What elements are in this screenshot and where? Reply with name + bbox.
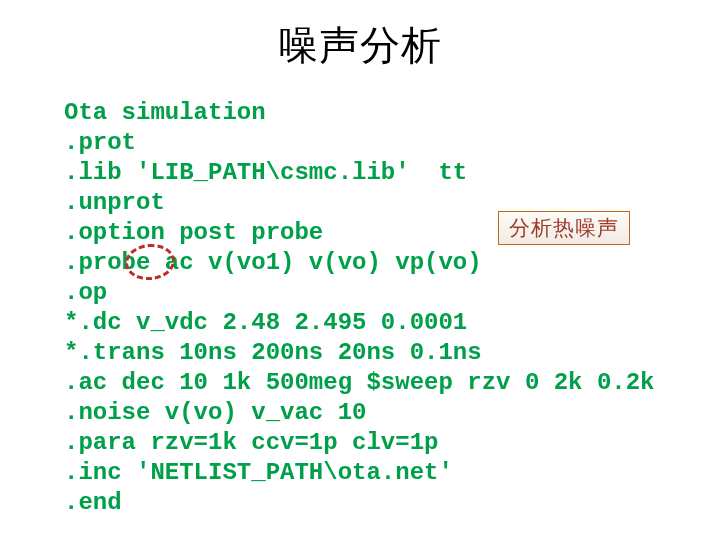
code-line: .inc 'NETLIST_PATH\ota.net' [64, 459, 453, 486]
code-line: .ac dec 10 1k 500meg $sweep rzv 0 2k 0.2… [64, 369, 655, 396]
code-line: .para rzv=1k ccv=1p clv=1p [64, 429, 438, 456]
slide: 噪声分析 Ota simulation .prot .lib 'LIB_PATH… [0, 0, 720, 540]
code-line: .option post probe [64, 219, 323, 246]
slide-title: 噪声分析 [0, 18, 720, 73]
code-line: .prot [64, 129, 136, 156]
code-line: *.trans 10ns 200ns 20ns 0.1ns [64, 339, 482, 366]
code-line: .lib 'LIB_PATH\csmc.lib' tt [64, 159, 467, 186]
spice-netlist-code: Ota simulation .prot .lib 'LIB_PATH\csmc… [64, 98, 655, 518]
code-line: .unprot [64, 189, 165, 216]
code-line: .noise v(vo) v_vac 10 [64, 399, 366, 426]
callout-thermal-noise: 分析热噪声 [498, 211, 630, 245]
code-line: .end [64, 489, 122, 516]
code-line: Ota simulation [64, 99, 266, 126]
code-line: .op [64, 279, 107, 306]
code-line: *.dc v_vdc 2.48 2.495 0.0001 [64, 309, 467, 336]
